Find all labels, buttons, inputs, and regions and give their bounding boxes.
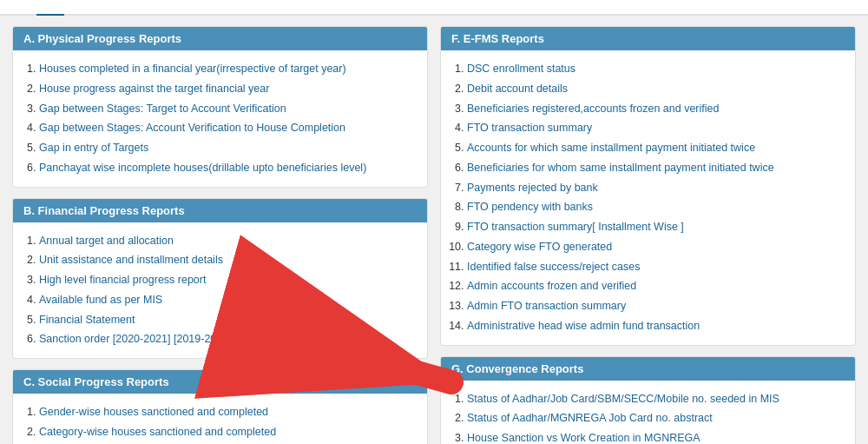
list-item: FTO transaction summary[ Installment Wis…: [467, 217, 845, 237]
report-link[interactable]: House Sanction vs Work Creation in MGNRE…: [467, 432, 700, 444]
report-link[interactable]: Admin FTO transaction summary: [467, 300, 626, 312]
report-link[interactable]: Unit assistance and installment details: [39, 254, 223, 266]
section-body-g: Status of Aadhar/Job Card/SBM/SECC/Mobil…: [441, 381, 855, 445]
section-body-f: DSC enrollment statusDebit account detai…: [441, 50, 855, 345]
section-a: A. Physical Progress ReportsHouses compl…: [12, 26, 428, 188]
list-item: FTO transaction summary: [467, 118, 845, 138]
tab-bar: [0, 0, 868, 16]
list-item: Beneficiaries registered,accounts frozen…: [467, 99, 845, 119]
list-item: Status of Aadhar/MGNREGA Job Card no. ab…: [467, 408, 845, 428]
list-item: Annual target and allocation: [39, 231, 417, 251]
section-header-b: B. Financial Progress Reports: [13, 199, 427, 222]
report-link[interactable]: Administrative head wise admin fund tran…: [467, 320, 700, 332]
report-link[interactable]: Gender-wise houses sanctioned and comple…: [39, 406, 268, 418]
list-item: Payments rejected by bank: [467, 178, 845, 198]
report-link[interactable]: Gap in entry of Targets: [39, 142, 148, 154]
list-item: Available fund as per MIS: [39, 290, 417, 310]
section-header-c: C. Social Progress Reports: [13, 370, 427, 394]
list-item: Identified false success/reject cases: [467, 257, 845, 277]
report-link[interactable]: Status of Aadhar/Job Card/SBM/SECC/Mobil…: [467, 393, 779, 405]
section-body-b: Annual target and allocationUnit assista…: [13, 222, 427, 359]
list-item: House progress against the target financ…: [39, 79, 417, 99]
section-b: B. Financial Progress ReportsAnnual targ…: [12, 198, 428, 360]
report-link[interactable]: Debit account details: [467, 83, 568, 95]
report-link[interactable]: Gap between Stages: Target to Account Ve…: [39, 103, 286, 115]
list-item: Gap in entry of Targets: [39, 138, 417, 158]
report-link[interactable]: Gap between Stages: Account Verification…: [39, 122, 345, 134]
list-item: High level financial progress report: [39, 270, 417, 290]
report-link[interactable]: Payments rejected by bank: [467, 182, 598, 194]
report-link[interactable]: DSC enrollment status: [467, 63, 575, 75]
report-link[interactable]: FTO transaction summary[ Installment Wis…: [467, 221, 684, 233]
report-link[interactable]: Beneficiaries registered,accounts frozen…: [467, 103, 719, 115]
section-header-a: A. Physical Progress Reports: [13, 27, 427, 50]
main-content: A. Physical Progress ReportsHouses compl…: [0, 16, 868, 444]
list-item: DSC enrollment status: [467, 59, 845, 79]
report-link[interactable]: Panchayat wise incomplete houses(drillab…: [39, 162, 366, 174]
list-item: Category-wise houses sanctioned and comp…: [39, 422, 417, 442]
list-item: Sanction order [2020-2021] [2019-2020]: [39, 329, 417, 349]
report-link[interactable]: Available fund as per MIS: [39, 294, 162, 306]
list-item: House Sanction vs Work Creation in MGNRE…: [467, 428, 845, 444]
list-item: Gap between Stages: Target to Account Ve…: [39, 99, 417, 119]
section-g: G. Convergence ReportsStatus of Aadhar/J…: [440, 356, 856, 445]
list-item: Houses completed in a financial year(irr…: [39, 59, 417, 79]
report-link[interactable]: Status of Aadhar/MGNREGA Job Card no. ab…: [467, 412, 713, 424]
list-item: Beneficiaries for whom same installment …: [467, 158, 845, 178]
report-link[interactable]: Category-wise houses sanctioned and comp…: [39, 426, 276, 438]
list-item: Accounts for which same installment paym…: [467, 138, 845, 158]
list-item: Financial Statement: [39, 310, 417, 330]
list-item: Gender-wise houses sanctioned and comple…: [39, 402, 417, 422]
section-c: C. Social Progress ReportsGender-wise ho…: [12, 369, 428, 444]
list-item: Category wise FTO generated: [467, 237, 845, 257]
tab-iay[interactable]: [36, 0, 64, 16]
report-link[interactable]: FTO transaction summary: [467, 122, 592, 134]
list-item: Status of Aadhar/Job Card/SBM/SECC/Mobil…: [467, 389, 845, 409]
section-header-f: F. E-FMS Reports: [441, 27, 855, 50]
list-item: Admin FTO transaction summary: [467, 296, 845, 316]
list-item: Unit assistance and installment details: [39, 250, 417, 270]
section-f: F. E-FMS ReportsDSC enrollment statusDeb…: [440, 26, 856, 346]
list-item: Debit account details: [467, 79, 845, 99]
report-link[interactable]: Sanction order [2020-2021] [2019-2020]: [39, 333, 232, 345]
left-column: A. Physical Progress ReportsHouses compl…: [12, 26, 428, 444]
right-column: F. E-FMS ReportsDSC enrollment statusDeb…: [440, 26, 856, 444]
report-link[interactable]: Category wise FTO generated: [467, 241, 612, 253]
list-item: Panchayat wise incomplete houses(drillab…: [39, 158, 417, 178]
list-item: FTO pendency with banks: [467, 197, 845, 217]
list-item: Admin accounts frozen and verified: [467, 276, 845, 296]
report-link[interactable]: House progress against the target financ…: [39, 83, 269, 95]
section-body-c: Gender-wise houses sanctioned and comple…: [13, 394, 427, 444]
tab-pmay[interactable]: [9, 0, 36, 16]
report-link[interactable]: Admin accounts frozen and verified: [467, 280, 636, 292]
list-item: Administrative head wise admin fund tran…: [467, 316, 845, 336]
list-item: Gap between Stages: Account Verification…: [39, 118, 417, 138]
report-link[interactable]: High level financial progress report: [39, 274, 206, 286]
report-link[interactable]: FTO pendency with banks: [467, 201, 593, 213]
report-link[interactable]: Financial Statement: [39, 314, 135, 326]
report-link[interactable]: Houses completed in a financial year(irr…: [39, 63, 346, 75]
report-link[interactable]: Beneficiaries for whom same installment …: [467, 162, 774, 174]
report-link[interactable]: Annual target and allocation: [39, 235, 174, 247]
section-header-g: G. Convergence Reports: [441, 357, 855, 381]
section-body-a: Houses completed in a financial year(irr…: [13, 50, 427, 187]
report-link[interactable]: Identified false success/reject cases: [467, 261, 640, 273]
report-link[interactable]: Accounts for which same installment paym…: [467, 142, 755, 154]
